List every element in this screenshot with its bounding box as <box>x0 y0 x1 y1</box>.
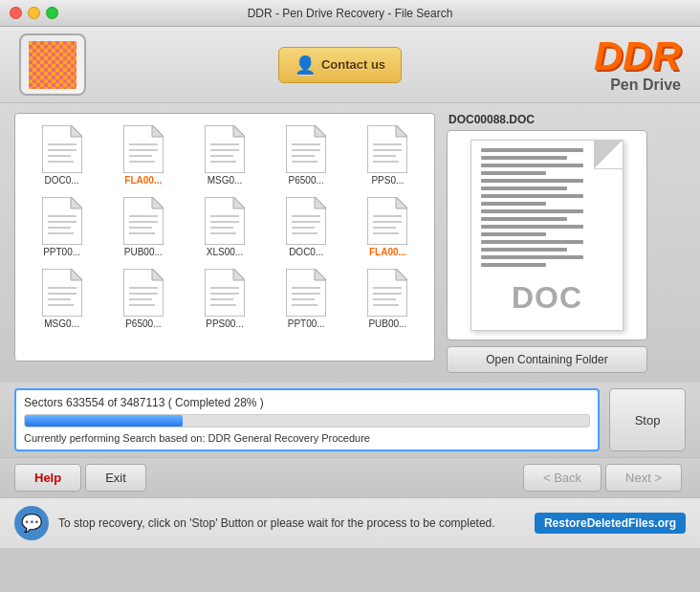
svg-marker-31 <box>71 197 82 208</box>
file-label: PPT00... <box>25 247 98 257</box>
file-item[interactable]: PPS0... <box>349 121 427 189</box>
file-item[interactable]: DOC0... <box>23 121 100 189</box>
restore-badge: RestoreDeletedFiles.org <box>535 513 686 534</box>
help-button[interactable]: Help <box>14 464 81 492</box>
file-item[interactable]: PPS00... <box>186 265 263 333</box>
svg-marker-55 <box>396 197 407 208</box>
preview-filename: DOC00088.DOC <box>447 113 686 126</box>
svg-marker-73 <box>233 269 245 280</box>
file-grid[interactable]: DOC0... FLA00... MSG0... <box>14 113 435 362</box>
header: 👤 Contact us DDR Pen Drive <box>0 27 700 103</box>
logo-icon <box>29 41 77 89</box>
brand-subtitle: Pen Drive <box>594 77 681 94</box>
file-icon <box>205 125 245 173</box>
file-label: PPS00... <box>187 318 261 329</box>
file-icon <box>42 125 82 173</box>
progress-status: Currently performing Search based on: DD… <box>24 432 590 444</box>
file-label: DOC0... <box>25 175 98 186</box>
exit-button[interactable]: Exit <box>85 464 146 492</box>
file-item[interactable]: FLA00... <box>349 193 427 261</box>
file-icon <box>42 197 82 245</box>
svg-marker-49 <box>315 197 326 208</box>
doc-type-label: DOC <box>512 280 582 316</box>
file-icon <box>123 197 164 245</box>
file-icon <box>123 125 164 173</box>
file-label: FLA00... <box>351 247 425 257</box>
close-button[interactable] <box>10 7 22 19</box>
open-folder-button[interactable]: Open Containing Folder <box>447 346 647 373</box>
app-logo <box>19 33 86 96</box>
file-label: DOC0... <box>270 247 343 257</box>
window-title: DDR - Pen Drive Recovery - File Search <box>248 7 453 20</box>
main-content: DOC0... FLA00... MSG0... <box>0 103 700 383</box>
file-item[interactable]: MSG0... <box>23 265 100 333</box>
doc-preview: DOC <box>470 140 623 331</box>
file-label: FLA00... <box>106 175 180 186</box>
progress-text: Sectors 633554 of 3487113 ( Completed 28… <box>24 396 590 409</box>
file-icon <box>286 125 326 173</box>
contact-button[interactable]: 👤 Contact us <box>278 47 402 83</box>
svg-marker-43 <box>233 197 245 208</box>
svg-marker-1 <box>71 125 82 137</box>
preview-box: DOC <box>447 130 647 340</box>
file-item[interactable]: P6500... <box>268 121 345 189</box>
file-icon <box>286 197 326 245</box>
progress-bar-fill <box>25 415 183 427</box>
info-bar: 💬 To stop recovery, click on 'Stop' Butt… <box>0 497 700 548</box>
maximize-button[interactable] <box>46 7 58 19</box>
file-label: MSG0... <box>187 175 261 186</box>
file-item[interactable]: P6500... <box>104 265 182 333</box>
svg-marker-61 <box>71 269 82 280</box>
svg-marker-79 <box>315 269 326 280</box>
file-label: PUB00... <box>106 247 180 257</box>
file-label: P6500... <box>270 175 343 186</box>
svg-marker-85 <box>396 269 407 280</box>
svg-marker-7 <box>152 125 164 137</box>
file-label: PUB00... <box>351 318 425 329</box>
progress-bar-container <box>24 414 590 428</box>
info-icon: 💬 <box>14 506 49 540</box>
file-item[interactable]: PUB00... <box>349 265 427 333</box>
file-label: XLS00... <box>187 247 261 257</box>
file-icon <box>205 269 245 317</box>
file-item[interactable]: DOC0... <box>268 193 345 261</box>
file-icon <box>367 197 407 245</box>
file-label: PPS0... <box>351 175 425 186</box>
window-controls[interactable] <box>10 7 58 19</box>
title-bar: DDR - Pen Drive Recovery - File Search <box>0 0 700 27</box>
svg-marker-19 <box>315 125 326 137</box>
brand: DDR Pen Drive <box>594 36 681 94</box>
file-item[interactable]: PPT00... <box>23 193 100 261</box>
bottom-navigation: Help Exit < Back Next > <box>0 457 700 497</box>
file-label: PPT00... <box>270 318 343 329</box>
file-icon <box>286 269 326 317</box>
file-item[interactable]: PUB00... <box>104 193 182 261</box>
person-icon: 👤 <box>295 55 316 76</box>
back-button[interactable]: < Back <box>523 464 602 492</box>
progress-box: Sectors 633554 of 3487113 ( Completed 28… <box>14 388 600 451</box>
minimize-button[interactable] <box>28 7 40 19</box>
file-icon <box>123 269 164 317</box>
file-item[interactable]: PPT00... <box>268 265 345 333</box>
progress-section: Sectors 633554 of 3487113 ( Completed 28… <box>0 383 700 457</box>
file-icon <box>205 197 245 245</box>
stop-button[interactable]: Stop <box>609 388 686 451</box>
file-icon <box>42 269 82 317</box>
svg-marker-25 <box>396 125 407 137</box>
svg-marker-13 <box>233 125 245 137</box>
preview-panel: DOC00088.DOC <box>447 113 686 373</box>
file-item[interactable]: XLS00... <box>186 193 263 261</box>
next-button[interactable]: Next > <box>605 464 682 492</box>
file-label: P6500... <box>106 318 180 329</box>
file-icon <box>367 125 407 173</box>
file-item[interactable]: MSG0... <box>186 121 263 189</box>
file-item[interactable]: FLA00... <box>104 121 182 189</box>
brand-name: DDR <box>594 36 681 77</box>
svg-marker-67 <box>152 269 164 280</box>
doc-corner <box>594 141 623 169</box>
svg-marker-37 <box>152 197 164 208</box>
file-label: MSG0... <box>25 318 98 329</box>
file-icon <box>367 269 407 317</box>
info-message: To stop recovery, click on 'Stop' Button… <box>58 516 525 530</box>
